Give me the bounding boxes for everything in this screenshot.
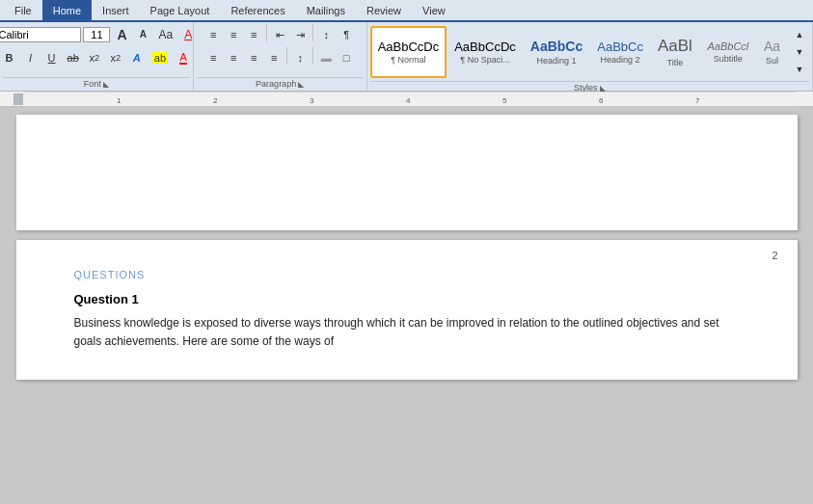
text-highlight-button[interactable]: ab — [149, 47, 172, 68]
bullets-button[interactable]: ≡ — [203, 24, 223, 45]
page-2[interactable]: 2 QUESTIONS Question 1 Business knowledg… — [16, 240, 798, 380]
multilevel-list-button[interactable]: ≡ — [244, 24, 263, 45]
style-title-preview: AaBl — [658, 37, 692, 56]
styles-scroll-up[interactable]: ▲ — [790, 26, 809, 43]
svg-text:4: 4 — [406, 96, 411, 105]
justify-button[interactable]: ≡ — [264, 47, 284, 68]
style-normal[interactable]: AaBbCcDc ¶ Normal — [370, 26, 447, 78]
font-group-label: Font ◣ — [3, 77, 190, 91]
tab-review[interactable]: Review — [356, 0, 412, 20]
svg-text:1: 1 — [117, 96, 122, 105]
text-effects-button[interactable]: A — [127, 47, 147, 68]
svg-text:5: 5 — [502, 96, 507, 105]
borders-button[interactable]: □ — [337, 47, 356, 68]
style-heading1[interactable]: AaBbCc Heading 1 — [524, 26, 589, 78]
question1-heading: Question 1 — [74, 292, 740, 306]
bold-button[interactable]: B — [0, 47, 19, 68]
questions-section-label: QUESTIONS — [74, 269, 740, 280]
shading-button[interactable]: ▬ — [316, 47, 336, 68]
italic-button[interactable]: I — [21, 47, 41, 68]
svg-text:2: 2 — [213, 96, 218, 105]
superscript-button[interactable]: x2 — [106, 47, 125, 68]
strikethrough-button[interactable]: ab — [64, 47, 83, 68]
ruler-indent-marker — [14, 93, 23, 105]
align-right-button[interactable]: ≡ — [244, 47, 263, 68]
shrink-font-button[interactable]: A — [133, 24, 152, 45]
paragraph-group-label: Paragraph ◣ — [197, 77, 364, 91]
increase-indent-button[interactable]: ⇥ — [290, 24, 310, 45]
ribbon-groups: A A Aa A B I U ab x2 x2 A ab A Font ◣ — [0, 22, 813, 92]
tab-page-layout[interactable]: Page Layout — [140, 0, 221, 20]
tab-insert[interactable]: Insert — [92, 0, 140, 20]
styles-more[interactable]: ▼ — [790, 61, 809, 78]
style-no-spacing[interactable]: AaBbCcDc ¶ No Spaci... — [447, 26, 523, 78]
ribbon-tabs: File Home Insert Page Layout References … — [0, 0, 813, 22]
decrease-indent-button[interactable]: ⇤ — [270, 24, 289, 45]
style-subtle-preview: Aa — [764, 39, 780, 55]
align-center-button[interactable]: ≡ — [224, 47, 243, 68]
line-spacing-button[interactable]: ↕ — [290, 47, 310, 68]
style-normal-preview: AaBbCcDc — [378, 40, 440, 55]
font-group: A A Aa A B I U ab x2 x2 A ab A Font ◣ — [0, 22, 194, 91]
grow-font-button[interactable]: A — [112, 24, 131, 45]
style-nospace-label: ¶ No Spaci... — [460, 55, 509, 65]
tab-mailings[interactable]: Mailings — [296, 0, 356, 20]
style-subtitle[interactable]: AaBbCcl Subtitle — [700, 26, 756, 78]
style-h2-preview: AaBbCc — [597, 40, 643, 55]
ruler: 1 2 3 4 5 6 7 — [0, 92, 813, 107]
align-left-button[interactable]: ≡ — [203, 47, 223, 68]
styles-group: AaBbCcDc ¶ Normal AaBbCcDc ¶ No Spaci...… — [367, 22, 813, 91]
style-subtitle-label: Subtitle — [714, 54, 743, 64]
tab-view[interactable]: View — [412, 0, 456, 20]
svg-text:6: 6 — [599, 96, 604, 105]
paragraph-group-expand[interactable]: ◣ — [298, 80, 304, 89]
style-nospace-preview: AaBbCcDc — [454, 40, 516, 55]
style-h2-label: Heading 2 — [601, 55, 640, 65]
font-group-expand[interactable]: ◣ — [103, 80, 109, 89]
style-h1-preview: AaBbCc — [530, 39, 583, 55]
font-name-input[interactable] — [0, 27, 81, 42]
document-area: 2 QUESTIONS Question 1 Business knowledg… — [0, 107, 813, 504]
tab-file[interactable]: File — [4, 0, 42, 20]
style-heading2[interactable]: AaBbCc Heading 2 — [590, 26, 650, 78]
tab-home[interactable]: Home — [42, 0, 92, 20]
underline-button[interactable]: U — [42, 47, 62, 68]
styles-scroll-down[interactable]: ▼ — [790, 43, 809, 61]
style-subtle-label: Sul — [766, 56, 778, 66]
style-normal-label: ¶ Normal — [391, 55, 425, 65]
ruler-scale: 1 2 3 4 5 6 7 — [25, 92, 813, 106]
subscript-button[interactable]: x2 — [85, 47, 104, 68]
style-h1-label: Heading 1 — [536, 56, 576, 66]
page-1 — [16, 115, 798, 230]
style-title[interactable]: AaBl Title — [651, 26, 699, 78]
svg-text:7: 7 — [695, 96, 700, 105]
font-color-button[interactable]: A — [174, 47, 193, 68]
change-case-button[interactable]: Aa — [154, 24, 176, 45]
tab-references[interactable]: References — [220, 0, 295, 20]
sort-button[interactable]: ↕ — [316, 24, 336, 45]
numbering-button[interactable]: ≡ — [224, 24, 243, 45]
font-size-input[interactable] — [83, 27, 110, 42]
paragraph-group: ≡ ≡ ≡ ⇤ ⇥ ↕ ¶ ≡ ≡ ≡ ≡ ↕ ▬ □ — [194, 22, 367, 91]
page-2-number: 2 — [772, 250, 777, 261]
svg-text:3: 3 — [310, 96, 314, 105]
style-subtitle-preview: AaBbCcl — [707, 40, 748, 53]
style-subtle[interactable]: Aa Sul — [757, 26, 787, 78]
style-title-label: Title — [667, 58, 684, 67]
question1-body: Business knowledge is exposed to diverse… — [74, 314, 740, 351]
show-formatting-button[interactable]: ¶ — [337, 24, 356, 45]
